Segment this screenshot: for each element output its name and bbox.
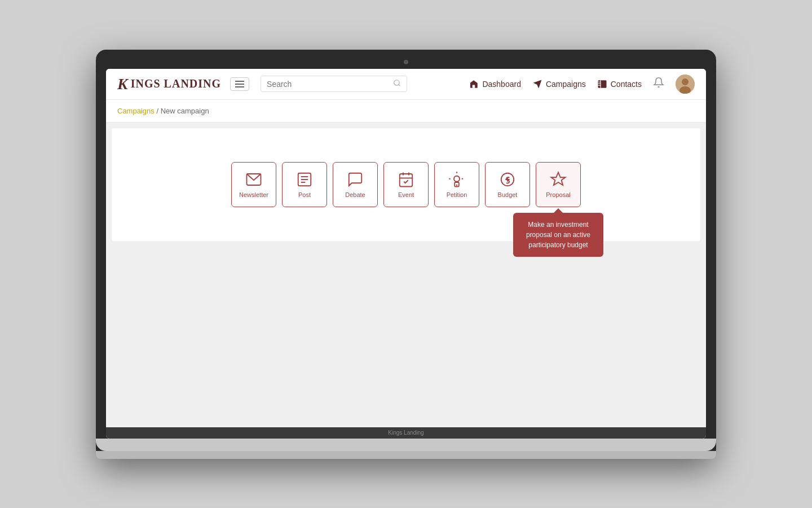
breadcrumb-current: New campaign (161, 107, 209, 115)
proposal-wrapper: Proposal Make an investment proposal on … (536, 162, 581, 207)
post-label: Post (298, 191, 311, 198)
svg-point-0 (394, 80, 399, 85)
footer-text: Kings Landing (388, 430, 423, 436)
newsletter-label: Newsletter (239, 191, 268, 198)
proposal-label: Proposal (546, 191, 570, 198)
site-logo: Kings Landing (117, 75, 221, 93)
campaign-type-post[interactable]: Post (282, 162, 327, 207)
white-panel: Newsletter Post (112, 128, 700, 241)
post-icon (296, 171, 313, 188)
campaigns-icon (532, 79, 542, 89)
budget-icon (499, 171, 516, 188)
svg-rect-2 (473, 85, 475, 87)
home-icon (469, 79, 479, 89)
petition-icon (448, 171, 465, 188)
nav-contacts-link[interactable]: Contacts (597, 79, 642, 89)
user-avatar[interactable] (676, 75, 695, 94)
petition-label: Petition (447, 191, 467, 198)
logo-rest: ings Landing (131, 77, 221, 90)
campaign-type-event[interactable]: Event (383, 162, 429, 207)
notification-bell-icon[interactable] (653, 77, 664, 91)
debate-label: Debate (345, 191, 365, 198)
event-label: Event (398, 191, 414, 198)
proposal-icon (550, 171, 567, 188)
nav-right: Dashboard Campaigns Co (469, 75, 695, 94)
search-input[interactable] (267, 80, 393, 89)
campaign-type-budget[interactable]: Budget (485, 162, 530, 207)
campaign-types-grid: Newsletter Post (129, 151, 683, 218)
breadcrumb-separator: / (156, 107, 160, 115)
breadcrumb-parent-link[interactable]: Campaigns (117, 107, 155, 115)
svg-point-9 (682, 78, 689, 85)
event-icon (398, 171, 414, 188)
svg-point-20 (454, 176, 460, 181)
search-box (261, 76, 407, 92)
nav-dashboard-link[interactable]: Dashboard (469, 79, 521, 89)
logo-k: K (117, 75, 129, 93)
main-content: Newsletter Post (106, 122, 706, 427)
navbar: Kings Landing Das (106, 69, 706, 100)
breadcrumb: Campaigns / New campaign (106, 100, 706, 122)
search-icon (393, 79, 401, 89)
svg-rect-3 (598, 80, 606, 88)
contacts-icon (597, 79, 607, 89)
footer-strip: Kings Landing (106, 427, 706, 439)
hamburger-button[interactable] (230, 77, 249, 91)
campaigns-label: Campaigns (546, 80, 586, 89)
campaign-type-newsletter[interactable]: Newsletter (231, 162, 276, 207)
dashboard-label: Dashboard (482, 80, 521, 89)
budget-label: Budget (498, 191, 518, 198)
campaign-type-proposal[interactable]: Proposal (536, 162, 581, 207)
campaign-type-debate[interactable]: Debate (333, 162, 378, 207)
campaign-type-petition[interactable]: Petition (434, 162, 479, 207)
svg-line-1 (399, 85, 400, 86)
nav-campaigns-link[interactable]: Campaigns (532, 79, 586, 89)
svg-rect-16 (400, 174, 413, 187)
proposal-tooltip: Make an investment proposal on an active… (513, 213, 603, 257)
contacts-label: Contacts (611, 80, 642, 89)
envelope-icon (245, 171, 262, 188)
debate-icon (347, 171, 364, 188)
